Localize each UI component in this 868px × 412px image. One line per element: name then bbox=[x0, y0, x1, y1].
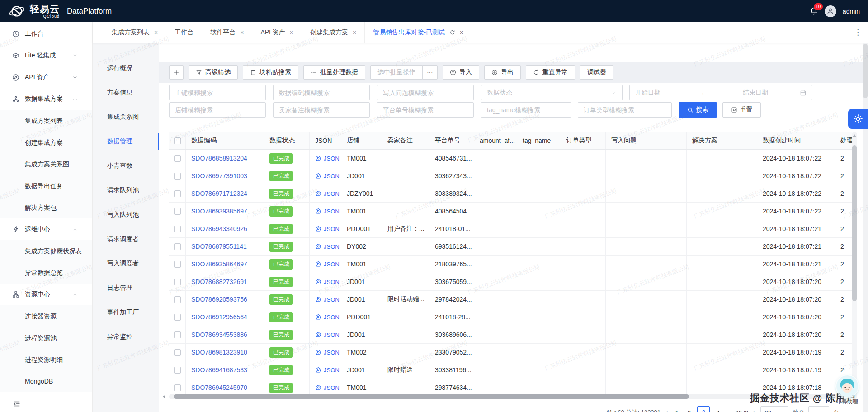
data-code-link[interactable]: SDO786882732691 bbox=[191, 278, 247, 285]
data-code-link[interactable]: SDO786879551141 bbox=[191, 243, 247, 250]
json-link[interactable]: JSON bbox=[315, 296, 340, 303]
导出-button[interactable]: 导出 bbox=[484, 65, 521, 80]
sidebar-subitem[interactable]: 连接器资源 bbox=[0, 305, 92, 327]
重置异常-button[interactable]: 重置异常 bbox=[526, 65, 575, 80]
data-code-link[interactable]: SDO786945245970 bbox=[191, 384, 247, 391]
sidebar-item[interactable]: 数据集成方案 bbox=[0, 88, 92, 110]
tab-active[interactable]: 管易销售出库对接-已测试× bbox=[365, 22, 472, 43]
bulk-action-button[interactable]: 选中批量操作 bbox=[370, 65, 423, 80]
json-link[interactable]: JSON bbox=[315, 173, 340, 180]
导入-button[interactable]: 导入 bbox=[443, 65, 479, 80]
filter-write-problem-input[interactable] bbox=[377, 85, 474, 100]
prev-page-button[interactable]: ‹ bbox=[665, 408, 669, 412]
row-checkbox[interactable] bbox=[174, 243, 181, 250]
jump-page-input[interactable] bbox=[808, 406, 829, 412]
sidebar-item[interactable]: 工作台 bbox=[0, 23, 92, 45]
assistant-widget[interactable]: 小青助理 bbox=[835, 375, 860, 406]
scroll-up-arrow-icon[interactable] bbox=[853, 134, 856, 137]
data-code-link[interactable]: SDO786920593756 bbox=[191, 296, 247, 303]
horizontal-scrollbar-thumb[interactable] bbox=[174, 394, 689, 399]
page-scrollbar-thumb[interactable] bbox=[863, 44, 868, 98]
row-checkbox[interactable] bbox=[174, 155, 181, 162]
row-checkbox[interactable] bbox=[174, 226, 181, 232]
data-code-link[interactable]: SDO786941687533 bbox=[191, 366, 247, 374]
块粘贴搜索-button[interactable]: 块粘贴搜索 bbox=[243, 65, 298, 80]
row-checkbox[interactable] bbox=[174, 190, 181, 197]
page-number[interactable]: 4 bbox=[714, 409, 722, 412]
filter-seller-remark-input[interactable] bbox=[273, 102, 370, 118]
json-link[interactable]: JSON bbox=[315, 226, 340, 232]
filter-order-type-input[interactable] bbox=[578, 102, 672, 118]
row-checkbox[interactable] bbox=[174, 367, 181, 374]
row-checkbox[interactable] bbox=[174, 296, 181, 303]
tab-close-icon[interactable]: × bbox=[460, 29, 463, 36]
json-link[interactable]: JSON bbox=[315, 190, 340, 197]
json-link[interactable]: JSON bbox=[315, 367, 340, 374]
row-checkbox[interactable] bbox=[174, 208, 181, 215]
sidebar-item[interactable]: 资源中心 bbox=[0, 284, 92, 305]
高级筛选-button[interactable]: 高级筛选 bbox=[189, 65, 238, 80]
sidebar-subitem[interactable]: 异常数据总览 bbox=[0, 262, 92, 284]
sidebar-subitem[interactable]: 进程资源池 bbox=[0, 327, 92, 349]
notification-bell-icon[interactable]: 10 bbox=[809, 7, 818, 16]
submenu-item[interactable]: 运行概况 bbox=[93, 56, 159, 80]
search-button[interactable]: 搜索 bbox=[679, 102, 717, 118]
sidebar-item[interactable]: Lite 轻集成 bbox=[0, 45, 92, 66]
select-all-checkbox[interactable] bbox=[174, 137, 181, 144]
json-link[interactable]: JSON bbox=[315, 279, 340, 285]
last-page-number[interactable]: 6670 bbox=[735, 409, 748, 412]
submenu-item[interactable]: 日志管理 bbox=[93, 275, 159, 300]
data-code-link[interactable]: SDO786934553886 bbox=[191, 331, 247, 338]
sidebar-subitem[interactable]: 集成方案列表 bbox=[0, 110, 92, 132]
submenu-item[interactable]: 异常监控 bbox=[93, 324, 159, 349]
row-checkbox[interactable] bbox=[174, 349, 181, 356]
data-code-link[interactable]: SDO786935864697 bbox=[191, 260, 247, 268]
assistant-avatar[interactable] bbox=[836, 375, 858, 397]
submenu-item[interactable]: 写入调度者 bbox=[93, 251, 159, 275]
reset-button[interactable]: 重置 bbox=[722, 102, 761, 118]
json-link[interactable]: JSON bbox=[315, 349, 340, 356]
sidebar-item[interactable]: 运维中心 bbox=[0, 218, 92, 240]
json-link[interactable]: JSON bbox=[315, 243, 340, 250]
json-link[interactable]: JSON bbox=[315, 208, 340, 215]
row-checkbox[interactable] bbox=[174, 314, 181, 321]
data-code-link[interactable]: SDO786858913204 bbox=[191, 155, 247, 162]
sidebar-subitem[interactable]: 创建集成方案 bbox=[0, 132, 92, 153]
filter-data-code-input[interactable] bbox=[273, 85, 370, 100]
more-actions-button[interactable]: ⋯ bbox=[422, 65, 438, 80]
tab-more-icon[interactable]: ⋮ bbox=[854, 28, 862, 37]
page-number[interactable]: 2 bbox=[685, 409, 693, 412]
filter-tag-name-input[interactable] bbox=[481, 102, 571, 118]
tab-close-icon[interactable]: × bbox=[290, 29, 293, 36]
next-page-button[interactable]: › bbox=[752, 408, 756, 412]
user-avatar[interactable] bbox=[825, 5, 836, 17]
调试器-button[interactable]: 调试器 bbox=[580, 65, 613, 80]
row-checkbox[interactable] bbox=[174, 384, 181, 391]
tab-close-icon[interactable]: × bbox=[240, 29, 244, 36]
sidebar-subitem[interactable]: 进程资源明细 bbox=[0, 349, 92, 370]
tab-item[interactable]: 创建集成方案× bbox=[302, 22, 365, 43]
批量处理数据-button[interactable]: 批量处理数据 bbox=[303, 65, 365, 80]
data-code-link[interactable]: SDO786912956564 bbox=[191, 313, 247, 321]
sidebar-item[interactable]: API 资产 bbox=[0, 66, 92, 88]
data-code-link[interactable]: SDO786943340926 bbox=[191, 225, 247, 232]
filter-primary-key-input[interactable] bbox=[169, 85, 266, 100]
page-number[interactable]: 1 bbox=[673, 409, 681, 412]
submenu-item[interactable]: 小青查数 bbox=[93, 153, 159, 178]
json-link[interactable]: JSON bbox=[315, 384, 340, 391]
row-checkbox[interactable] bbox=[174, 261, 181, 268]
sidebar-subitem[interactable]: 集成方案健康状况表 bbox=[0, 240, 92, 262]
plus-button[interactable] bbox=[169, 65, 184, 80]
sidebar-subitem[interactable]: MongoDB bbox=[0, 370, 92, 392]
json-link[interactable]: JSON bbox=[315, 314, 340, 321]
submenu-item[interactable]: 集成关系图 bbox=[93, 104, 159, 129]
submenu-item[interactable]: 数据管理 bbox=[93, 129, 159, 153]
submenu-item[interactable]: 请求调度者 bbox=[93, 227, 159, 251]
submenu-item[interactable]: 方案信息 bbox=[93, 80, 159, 104]
scroll-left-arrow-icon[interactable] bbox=[163, 395, 165, 398]
tab-close-icon[interactable]: × bbox=[353, 29, 356, 36]
vertical-scrollbar-thumb[interactable] bbox=[852, 145, 857, 301]
json-link[interactable]: JSON bbox=[315, 331, 340, 338]
sidebar-collapse-button[interactable] bbox=[0, 395, 92, 412]
tab-item[interactable]: 工作台 bbox=[166, 22, 202, 43]
